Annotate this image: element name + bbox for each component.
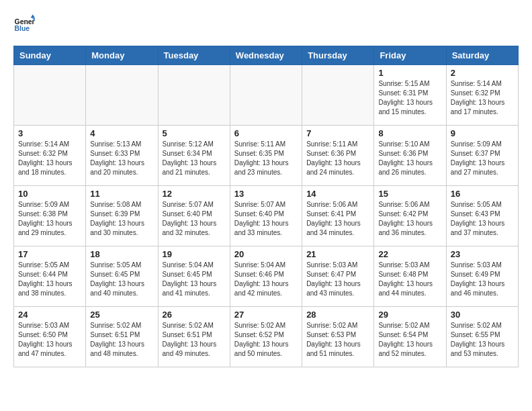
day-number: 24 [18,310,81,320]
day-number: 19 [163,249,226,259]
calendar-cell: 7Sunrise: 5:11 AM Sunset: 6:36 PM Daylig… [302,126,374,186]
day-info: Sunrise: 5:05 AM Sunset: 6:44 PM Dayligh… [18,261,81,298]
weekday-header-sunday: Sunday [14,46,86,65]
day-number: 23 [451,249,514,259]
calendar-cell: 26Sunrise: 5:02 AM Sunset: 6:51 PM Dayli… [158,307,230,367]
day-info: Sunrise: 5:06 AM Sunset: 6:41 PM Dayligh… [306,200,369,238]
week-row-3: 10Sunrise: 5:09 AM Sunset: 6:38 PM Dayli… [14,186,519,246]
day-info: Sunrise: 5:09 AM Sunset: 6:38 PM Dayligh… [18,200,81,238]
day-info: Sunrise: 5:02 AM Sunset: 6:55 PM Dayligh… [451,321,514,359]
calendar-cell: 2Sunrise: 5:14 AM Sunset: 6:32 PM Daylig… [446,65,518,126]
calendar-cell: 8Sunrise: 5:10 AM Sunset: 6:36 PM Daylig… [374,126,446,186]
day-number: 5 [163,128,226,138]
day-info: Sunrise: 5:02 AM Sunset: 6:51 PM Dayligh… [90,321,153,359]
calendar-cell [230,65,302,126]
day-number: 25 [90,310,153,320]
day-number: 27 [234,310,298,320]
day-info: Sunrise: 5:03 AM Sunset: 6:48 PM Dayligh… [378,261,441,298]
calendar-cell: 21Sunrise: 5:03 AM Sunset: 6:47 PM Dayli… [302,246,374,307]
calendar-table: SundayMondayTuesdayWednesdayThursdayFrid… [13,46,519,367]
calendar-cell: 9Sunrise: 5:09 AM Sunset: 6:37 PM Daylig… [446,126,518,186]
weekday-header-friday: Friday [374,46,446,65]
calendar-cell: 12Sunrise: 5:07 AM Sunset: 6:40 PM Dayli… [158,186,230,246]
weekday-header-thursday: Thursday [302,46,374,65]
calendar-cell: 24Sunrise: 5:03 AM Sunset: 6:50 PM Dayli… [14,307,86,367]
logo: General Blue [13,13,38,35]
day-info: Sunrise: 5:04 AM Sunset: 6:45 PM Dayligh… [163,261,226,298]
calendar-cell: 15Sunrise: 5:06 AM Sunset: 6:42 PM Dayli… [374,186,446,246]
week-row-1: 1Sunrise: 5:15 AM Sunset: 6:31 PM Daylig… [14,65,519,126]
day-number: 8 [378,128,441,138]
calendar-cell: 11Sunrise: 5:08 AM Sunset: 6:39 PM Dayli… [86,186,158,246]
calendar-cell: 20Sunrise: 5:04 AM Sunset: 6:46 PM Dayli… [230,246,302,307]
day-info: Sunrise: 5:07 AM Sunset: 6:40 PM Dayligh… [163,200,226,238]
day-info: Sunrise: 5:02 AM Sunset: 6:54 PM Dayligh… [378,321,441,359]
day-info: Sunrise: 5:13 AM Sunset: 6:33 PM Dayligh… [90,140,153,177]
day-info: Sunrise: 5:09 AM Sunset: 6:37 PM Dayligh… [451,140,514,177]
day-number: 15 [378,189,441,199]
calendar-cell: 3Sunrise: 5:14 AM Sunset: 6:32 PM Daylig… [14,126,86,186]
day-info: Sunrise: 5:11 AM Sunset: 6:36 PM Dayligh… [306,140,369,177]
weekday-header-wednesday: Wednesday [230,46,302,65]
day-number: 29 [378,310,441,320]
day-number: 7 [306,128,369,138]
day-info: Sunrise: 5:11 AM Sunset: 6:35 PM Dayligh… [234,140,298,177]
day-number: 1 [378,68,441,78]
calendar-cell: 22Sunrise: 5:03 AM Sunset: 6:48 PM Dayli… [374,246,446,307]
day-number: 13 [234,189,298,199]
svg-text:General: General [15,18,35,26]
calendar-cell: 13Sunrise: 5:07 AM Sunset: 6:40 PM Dayli… [230,186,302,246]
calendar-cell [14,65,86,126]
calendar-cell: 10Sunrise: 5:09 AM Sunset: 6:38 PM Dayli… [14,186,86,246]
day-info: Sunrise: 5:03 AM Sunset: 6:50 PM Dayligh… [18,321,81,359]
day-number: 28 [306,310,369,320]
day-number: 18 [90,249,153,259]
calendar-cell [86,65,158,126]
calendar-cell: 27Sunrise: 5:02 AM Sunset: 6:52 PM Dayli… [230,307,302,367]
weekday-header-row: SundayMondayTuesdayWednesdayThursdayFrid… [14,46,519,65]
calendar-cell [302,65,374,126]
day-number: 4 [90,128,153,138]
day-number: 10 [18,189,81,199]
day-info: Sunrise: 5:12 AM Sunset: 6:34 PM Dayligh… [163,140,226,177]
calendar-cell: 30Sunrise: 5:02 AM Sunset: 6:55 PM Dayli… [446,307,518,367]
weekday-header-saturday: Saturday [446,46,518,65]
day-info: Sunrise: 5:15 AM Sunset: 6:31 PM Dayligh… [378,79,441,117]
day-number: 20 [234,249,298,259]
day-number: 21 [306,249,369,259]
day-number: 6 [234,128,298,138]
calendar-cell: 28Sunrise: 5:02 AM Sunset: 6:53 PM Dayli… [302,307,374,367]
day-number: 26 [163,310,226,320]
calendar-cell: 25Sunrise: 5:02 AM Sunset: 6:51 PM Dayli… [86,307,158,367]
day-info: Sunrise: 5:05 AM Sunset: 6:43 PM Dayligh… [451,200,514,238]
day-info: Sunrise: 5:10 AM Sunset: 6:36 PM Dayligh… [378,140,441,177]
day-number: 22 [378,249,441,259]
page-header: General Blue [13,13,519,35]
calendar-cell: 5Sunrise: 5:12 AM Sunset: 6:34 PM Daylig… [158,126,230,186]
day-info: Sunrise: 5:02 AM Sunset: 6:52 PM Dayligh… [234,321,298,359]
day-number: 30 [451,310,514,320]
day-number: 17 [18,249,81,259]
week-row-5: 24Sunrise: 5:03 AM Sunset: 6:50 PM Dayli… [14,307,519,367]
day-number: 3 [18,128,81,138]
day-info: Sunrise: 5:05 AM Sunset: 6:45 PM Dayligh… [90,261,153,298]
weekday-header-tuesday: Tuesday [158,46,230,65]
weekday-header-monday: Monday [86,46,158,65]
day-info: Sunrise: 5:14 AM Sunset: 6:32 PM Dayligh… [451,79,514,117]
day-info: Sunrise: 5:02 AM Sunset: 6:53 PM Dayligh… [306,321,369,359]
calendar-cell: 16Sunrise: 5:05 AM Sunset: 6:43 PM Dayli… [446,186,518,246]
calendar-cell: 18Sunrise: 5:05 AM Sunset: 6:45 PM Dayli… [86,246,158,307]
calendar-cell: 4Sunrise: 5:13 AM Sunset: 6:33 PM Daylig… [86,126,158,186]
day-info: Sunrise: 5:07 AM Sunset: 6:40 PM Dayligh… [234,200,298,238]
logo-icon: General Blue [13,13,35,35]
day-info: Sunrise: 5:08 AM Sunset: 6:39 PM Dayligh… [90,200,153,238]
svg-marker-2 [31,15,35,18]
day-number: 16 [451,189,514,199]
calendar-cell: 1Sunrise: 5:15 AM Sunset: 6:31 PM Daylig… [374,65,446,126]
calendar-cell: 17Sunrise: 5:05 AM Sunset: 6:44 PM Dayli… [14,246,86,307]
day-info: Sunrise: 5:04 AM Sunset: 6:46 PM Dayligh… [234,261,298,298]
day-number: 9 [451,128,514,138]
calendar-cell: 23Sunrise: 5:03 AM Sunset: 6:49 PM Dayli… [446,246,518,307]
calendar-cell [158,65,230,126]
day-info: Sunrise: 5:02 AM Sunset: 6:51 PM Dayligh… [163,321,226,359]
